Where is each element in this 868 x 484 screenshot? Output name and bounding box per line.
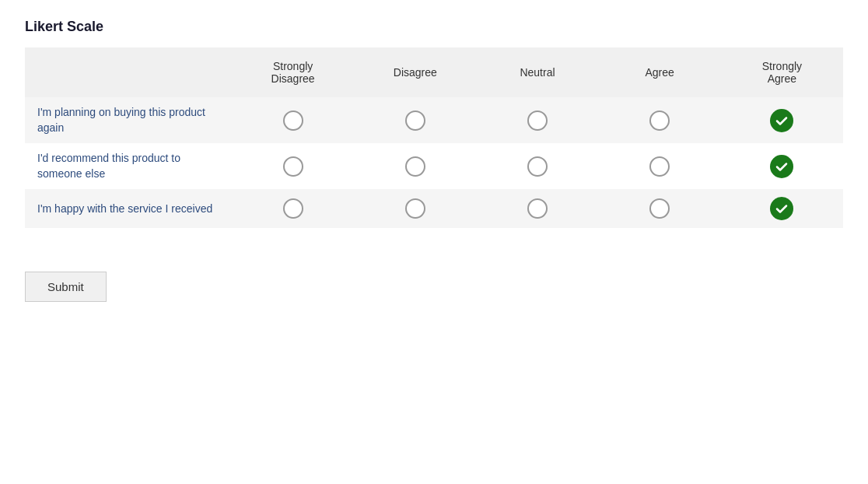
radio-cell-agree[interactable]	[599, 97, 721, 143]
header-cell-strongly-agree: StronglyAgree	[721, 47, 843, 97]
radio-unchecked[interactable]	[527, 110, 548, 131]
radio-cell-agree[interactable]	[599, 143, 721, 189]
radio-unchecked[interactable]	[527, 156, 548, 177]
radio-unchecked[interactable]	[649, 198, 670, 219]
header-cell-strongly-disagree: StronglyDisagree	[232, 47, 354, 97]
likert-table: StronglyDisagree Disagree Neutral Agree …	[25, 47, 843, 228]
radio-unchecked[interactable]	[405, 156, 425, 177]
radio-unchecked[interactable]	[283, 156, 303, 177]
radio-checked-icon[interactable]	[770, 197, 793, 220]
radio-unchecked[interactable]	[405, 110, 425, 131]
radio-unchecked[interactable]	[527, 198, 548, 219]
radio-cell-strongly-disagree[interactable]	[232, 143, 354, 189]
table-row: I'd recommend this product to someone el…	[25, 143, 843, 189]
radio-cell-disagree[interactable]	[354, 97, 476, 143]
table-row: I'm happy with the service I received	[25, 189, 843, 228]
radio-cell-neutral[interactable]	[476, 189, 598, 228]
header-cell-neutral: Neutral	[476, 47, 598, 97]
header-cell-agree: Agree	[599, 47, 721, 97]
submit-section: Submit	[25, 250, 843, 302]
row-label: I'm planning on buying this product agai…	[25, 97, 232, 143]
row-label: I'd recommend this product to someone el…	[25, 143, 232, 189]
radio-cell-neutral[interactable]	[476, 97, 598, 143]
header-cell-label	[25, 47, 232, 97]
radio-unchecked[interactable]	[283, 198, 303, 219]
radio-unchecked[interactable]	[405, 198, 425, 219]
radio-cell-strongly-disagree[interactable]	[232, 97, 354, 143]
radio-unchecked[interactable]	[283, 110, 303, 131]
radio-cell-strongly-disagree[interactable]	[232, 189, 354, 228]
radio-cell-strongly-agree[interactable]	[721, 189, 843, 228]
table-row: I'm planning on buying this product agai…	[25, 97, 843, 143]
radio-cell-strongly-agree[interactable]	[721, 143, 843, 189]
row-label: I'm happy with the service I received	[25, 189, 232, 228]
radio-cell-disagree[interactable]	[354, 143, 476, 189]
page-title: Likert Scale	[25, 19, 843, 35]
submit-button[interactable]: Submit	[25, 272, 107, 302]
radio-cell-neutral[interactable]	[476, 143, 598, 189]
radio-checked-icon[interactable]	[770, 109, 793, 132]
header-row: StronglyDisagree Disagree Neutral Agree …	[25, 47, 843, 97]
radio-checked-icon[interactable]	[770, 155, 793, 178]
radio-cell-strongly-agree[interactable]	[721, 97, 843, 143]
radio-unchecked[interactable]	[649, 110, 670, 131]
radio-cell-disagree[interactable]	[354, 189, 476, 228]
radio-unchecked[interactable]	[649, 156, 670, 177]
header-cell-disagree: Disagree	[354, 47, 476, 97]
radio-cell-agree[interactable]	[599, 189, 721, 228]
